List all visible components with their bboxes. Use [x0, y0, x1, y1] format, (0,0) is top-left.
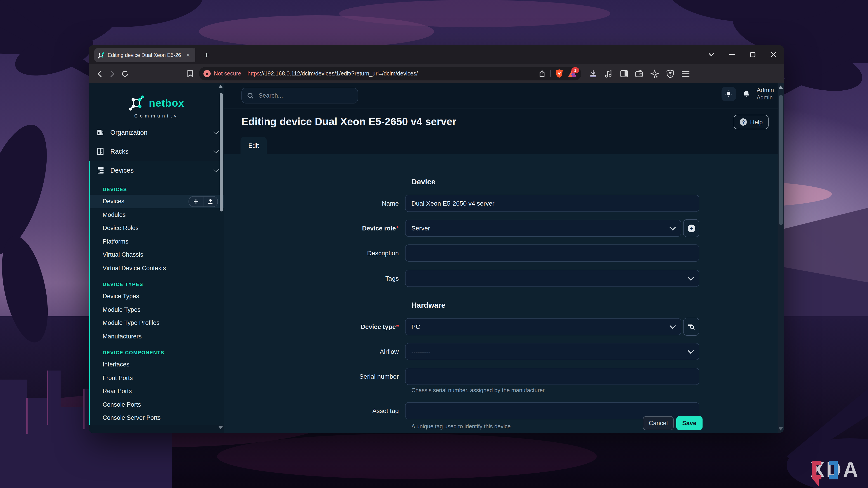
- import-devices-button[interactable]: [204, 197, 217, 206]
- sidebar-subitem-module-types[interactable]: Module Types: [90, 303, 224, 316]
- search-box[interactable]: [241, 88, 358, 103]
- subitem-label: Virtual Device Contexts: [103, 265, 218, 271]
- devices-icon: [96, 167, 105, 174]
- sidebar-subitem-rear-ports[interactable]: Rear Ports: [90, 385, 224, 398]
- user-menu[interactable]: Admin Admin: [756, 87, 774, 101]
- search-input[interactable]: [258, 92, 352, 99]
- sidebar-subitem-console-server-ports[interactable]: Console Server Ports: [90, 411, 224, 424]
- asset-tag-label: Asset tag: [224, 407, 405, 414]
- sidebar-scrollbar-thumb[interactable]: [220, 93, 223, 212]
- devices-quick-actions: [188, 196, 218, 207]
- reload-icon[interactable]: [119, 67, 131, 80]
- chevron-down-icon: [688, 348, 694, 354]
- chevron-down-icon: [670, 323, 676, 329]
- sidebar-subitem-front-ports[interactable]: Front Ports: [90, 371, 224, 385]
- minimize-button[interactable]: [721, 45, 742, 64]
- notifications-button[interactable]: [743, 90, 750, 98]
- browse-device-types-button[interactable]: [683, 318, 700, 336]
- airflow-select[interactable]: ---------: [405, 343, 700, 360]
- subitem-label: Interfaces: [103, 361, 218, 368]
- media-icon[interactable]: [602, 67, 615, 80]
- asset-tag-field-row: Asset tag: [224, 402, 700, 419]
- leo-ai-icon[interactable]: [648, 67, 661, 80]
- sidebar-subitem-manufacturers[interactable]: Manufacturers: [90, 330, 224, 343]
- main-scrollbar[interactable]: [778, 83, 784, 433]
- description-field-row: Description: [224, 245, 700, 262]
- desktop: XDA Editing device Dual Xeon E5-26 ✕ +: [0, 0, 868, 488]
- search-list-icon: [688, 323, 695, 330]
- sidebar-scroll-down-arrow[interactable]: [218, 426, 223, 429]
- subitem-label: Manufacturers: [103, 333, 218, 340]
- organization-icon: [96, 129, 105, 136]
- wallet-icon[interactable]: [633, 67, 646, 80]
- description-input[interactable]: [405, 245, 700, 262]
- name-input[interactable]: [405, 195, 700, 212]
- netbox-brand-name: netbox: [149, 97, 184, 109]
- bookmark-icon[interactable]: [184, 67, 196, 80]
- main-scrollbar-thumb[interactable]: [779, 95, 783, 225]
- scroll-down-arrow[interactable]: [778, 427, 783, 431]
- sidebar-panel-icon[interactable]: [618, 67, 630, 80]
- add-device-button[interactable]: [189, 197, 203, 206]
- device-type-select[interactable]: PC: [405, 318, 681, 335]
- chevron-down-icon: [688, 274, 694, 281]
- url-scheme: https: [248, 70, 260, 77]
- netbox-brand[interactable]: netbox Community: [89, 83, 224, 119]
- share-icon[interactable]: [538, 70, 546, 77]
- forward-icon[interactable]: [106, 67, 119, 80]
- not-secure-icon[interactable]: ✕: [204, 70, 211, 77]
- user-role: Admin: [756, 94, 774, 101]
- chevron-down-icon: [214, 129, 219, 134]
- browser-tab[interactable]: Editing device Dual Xeon E5-26 ✕: [94, 48, 195, 62]
- add-device-role-button[interactable]: +: [683, 219, 700, 237]
- sidebar-item-label: Organization: [110, 129, 214, 136]
- sidebar-subitem-module-type-profiles[interactable]: Module Type Profiles: [90, 316, 224, 330]
- cancel-button[interactable]: Cancel: [643, 416, 674, 430]
- sidebar-subitem-modules[interactable]: Modules: [90, 208, 224, 221]
- device-role-label: Device role*: [224, 225, 405, 232]
- vpn-shield-icon[interactable]: [664, 67, 676, 80]
- tags-select[interactable]: [405, 270, 700, 287]
- sidebar-subitem-interfaces[interactable]: Interfaces: [90, 358, 224, 371]
- subitem-label: Rear Ports: [103, 388, 218, 395]
- sidebar-item-organization[interactable]: Organization: [89, 123, 224, 142]
- subitem-label: Platforms: [103, 238, 218, 245]
- search-icon: [247, 92, 254, 99]
- back-icon[interactable]: [93, 67, 106, 80]
- urlbar-divider: [550, 70, 551, 77]
- menu-icon[interactable]: [679, 67, 692, 80]
- tab-search-icon[interactable]: [701, 45, 721, 64]
- sidebar-subitem-virtual-chassis[interactable]: Virtual Chassis: [90, 248, 224, 261]
- bell-icon: [743, 90, 750, 98]
- window-controls: [701, 45, 784, 64]
- sidebar-item-devices[interactable]: Devices: [90, 161, 224, 180]
- scroll-up-arrow[interactable]: [778, 86, 783, 89]
- sidebar-item-label: Devices: [110, 167, 214, 174]
- save-button[interactable]: Save: [676, 416, 702, 430]
- theme-toggle-button[interactable]: [721, 87, 736, 101]
- sidebar-subitem-device-types[interactable]: Device Types: [90, 290, 224, 303]
- sidebar-subitem-devices[interactable]: Devices: [90, 195, 224, 208]
- help-button[interactable]: ? Help: [734, 115, 769, 129]
- plus-icon: +: [687, 224, 695, 232]
- device-role-select[interactable]: Server: [405, 220, 681, 237]
- sidebar-scroll-up-arrow[interactable]: [218, 85, 223, 88]
- download-icon[interactable]: [587, 67, 599, 80]
- sidebar-subitem-platforms[interactable]: Platforms: [90, 235, 224, 248]
- chevron-down-icon: [670, 224, 676, 230]
- brave-shield-icon[interactable]: [555, 69, 563, 78]
- address-bar[interactable]: ✕ Not secure https://192.168.0.112/dcim/…: [199, 67, 581, 80]
- brave-rewards-icon[interactable]: 1: [568, 69, 577, 78]
- sidebar-subitem-console-ports[interactable]: Console Ports: [90, 398, 224, 411]
- new-tab-button[interactable]: +: [201, 49, 213, 61]
- sidebar-item-racks[interactable]: Racks: [89, 142, 224, 161]
- maximize-button[interactable]: [742, 45, 763, 64]
- sidebar-nav: Organization Racks: [89, 123, 224, 161]
- page-title: Editing device Dual Xeon E5-2650 v4 serv…: [241, 116, 456, 128]
- close-button[interactable]: [763, 45, 784, 64]
- serial-input[interactable]: [405, 368, 700, 385]
- sidebar-subitem-device-roles[interactable]: Device Roles: [90, 221, 224, 235]
- url-text[interactable]: https://192.168.0.112/dcim/devices/1/edi…: [248, 70, 535, 77]
- sidebar-subitem-virtual-device-contexts[interactable]: Virtual Device Contexts: [90, 261, 224, 275]
- tab-edit[interactable]: Edit: [241, 137, 267, 154]
